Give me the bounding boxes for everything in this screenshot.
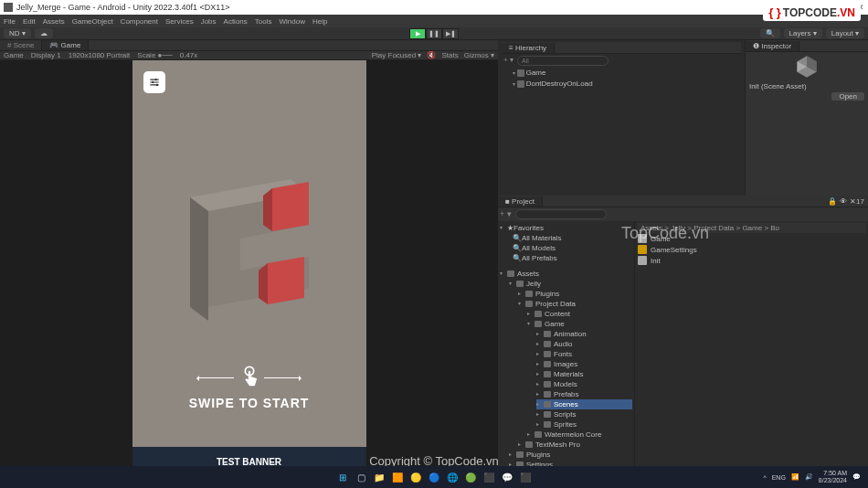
folder-jelly[interactable]: ▾Jelly [509, 279, 632, 289]
stats-toggle[interactable]: Stats [441, 51, 458, 59]
asset-init[interactable]: Init [637, 255, 866, 266]
menu-component[interactable]: Component [121, 17, 158, 26]
menu-file[interactable]: File [4, 17, 16, 26]
app-icon[interactable]: 🟡 [408, 470, 423, 484]
folder-watermelon[interactable]: ▸Watermelon Core [527, 430, 632, 440]
game-screen[interactable]: SWIPE TO START TEST BANNER [132, 60, 366, 476]
hierarchy-search[interactable] [517, 56, 609, 66]
scriptable-icon [638, 245, 647, 254]
fav-all-materials[interactable]: 🔍 All Materials [513, 233, 632, 243]
breadcrumb[interactable]: Assets > Jelly > Project Data > Game > B… [637, 223, 866, 233]
app-icon[interactable]: ⬛ [482, 470, 496, 484]
menu-bar: File Edit Assets GameObject Component Se… [0, 15, 868, 27]
tray-chevron-icon[interactable]: ^ [763, 474, 766, 481]
menu-assets[interactable]: Assets [43, 17, 65, 26]
project-create-dropdown[interactable]: + ▾ [500, 209, 512, 219]
folder-models[interactable]: ▸Models [536, 379, 632, 389]
right-pane: ≡ Hierarchy + ▾ Game DontDestroyOnLoad ❶… [498, 40, 868, 464]
favorites-header[interactable]: ▾★ Favorites [500, 223, 632, 233]
menu-tools[interactable]: Tools [255, 17, 272, 26]
svg-point-1 [152, 81, 153, 83]
project-panel: ■ Project 🔒 👁 ✕17 + ▾ ▾★ Favorites 🔍 All… [498, 196, 868, 488]
tray-language[interactable]: ENG [772, 474, 786, 481]
game-board [181, 179, 318, 325]
assets-folder[interactable]: ▾Assets [500, 269, 632, 279]
project-visibility-icon[interactable]: 👁 [840, 197, 847, 206]
step-button[interactable]: ▶❚ [442, 28, 459, 39]
gameview-display[interactable]: Display 1 [31, 51, 61, 59]
play-focused-dropdown[interactable]: Play Focused ▾ [372, 51, 422, 59]
notifications-icon[interactable]: 💬 [852, 473, 861, 481]
settings-button[interactable] [143, 71, 165, 93]
folder-prefabs[interactable]: ▸Prefabs [536, 389, 632, 399]
taskview-icon[interactable]: ▢ [354, 470, 368, 484]
app-icon[interactable]: 🟧 [390, 470, 405, 484]
folder-game[interactable]: ▾Game [527, 319, 632, 329]
swipe-prompt: SWIPE TO START [132, 365, 366, 410]
menu-jobs[interactable]: Jobs [201, 17, 217, 26]
gameview-resolution[interactable]: 1920x1080 Portrait [69, 51, 131, 59]
chrome-icon[interactable]: 🌐 [445, 470, 460, 484]
fav-all-models[interactable]: 🔍 All Models [513, 243, 632, 253]
scene-asset-icon [638, 234, 647, 243]
folder-textmesh[interactable]: ▸TextMesh Pro [518, 440, 632, 450]
folder-images[interactable]: ▸Images [536, 359, 632, 369]
tray-volume-icon[interactable]: 🔊 [805, 473, 813, 481]
window-title: Jelly_Merge - Game - Android - Unity 202… [16, 3, 230, 12]
asset-game[interactable]: Game [637, 233, 866, 244]
tab-inspector[interactable]: ❶ Inspector [746, 41, 799, 51]
gameview-mode[interactable]: Game [4, 51, 24, 59]
gizmos-dropdown[interactable]: Gizmos ▾ [464, 51, 494, 59]
tray-wifi-icon[interactable]: 📶 [791, 473, 799, 481]
menu-actions[interactable]: Actions [224, 17, 248, 26]
tab-scene[interactable]: # Scene [0, 40, 42, 50]
start-button[interactable]: ⊞ [335, 470, 350, 484]
folder-audio[interactable]: ▸Audio [536, 339, 632, 349]
project-tree: ▾★ Favorites 🔍 All Materials 🔍 All Model… [498, 221, 635, 488]
layout-dropdown[interactable]: Layout ▾ [826, 28, 864, 38]
menu-window[interactable]: Window [279, 17, 304, 26]
tab-project[interactable]: ■ Project [498, 196, 543, 207]
play-button[interactable]: ▶ [409, 28, 426, 39]
unity-hub-icon[interactable]: ⬛ [518, 470, 533, 484]
explorer-icon[interactable]: 📁 [372, 470, 386, 484]
svg-point-2 [155, 84, 157, 86]
tab-hierarchy[interactable]: ≡ Hierarchy [502, 43, 555, 53]
tab-game[interactable]: 🎮 Game [42, 40, 89, 50]
folder-scenes[interactable]: ▸Scenes [536, 399, 632, 409]
folder-materials[interactable]: ▸Materials [536, 369, 632, 379]
folder-fonts[interactable]: ▸Fonts [536, 349, 632, 359]
folder-animation[interactable]: ▸Animation [536, 329, 632, 339]
mute-icon[interactable]: 🔇 [427, 51, 436, 59]
folder-sprites[interactable]: ▸Sprites [536, 419, 632, 430]
menu-edit[interactable]: Edit [23, 17, 36, 26]
pause-button[interactable]: ❚❚ [426, 28, 442, 39]
gameview-scale-label[interactable]: Scale ●── [137, 51, 172, 59]
menu-gameobject[interactable]: GameObject [72, 17, 113, 26]
fav-all-prefabs[interactable]: 🔍 All Prefabs [513, 253, 632, 263]
svg-marker-4 [190, 197, 208, 321]
create-dropdown[interactable]: + ▾ [503, 56, 513, 66]
folder-content[interactable]: ▸Content [527, 309, 632, 319]
open-button[interactable]: Open [831, 92, 864, 101]
menu-services[interactable]: Services [165, 17, 194, 26]
system-clock[interactable]: 7:50 AM 8/23/2024 [819, 470, 847, 484]
scene-icon [517, 69, 524, 77]
app-icon[interactable]: 💬 [500, 470, 514, 484]
folder-scripts[interactable]: ▸Scripts [536, 409, 632, 419]
layers-dropdown[interactable]: Layers ▾ [784, 28, 822, 38]
hierarchy-root[interactable]: Game [502, 68, 741, 79]
cloud-icon[interactable]: ☁ [35, 28, 53, 38]
project-lock-icon[interactable]: 🔒 [828, 197, 837, 206]
menu-help[interactable]: Help [312, 17, 327, 26]
folder-plugins[interactable]: ▸Plugins [518, 289, 632, 299]
account-dropdown[interactable]: ND ▾ [4, 28, 31, 38]
folder-plugins2[interactable]: ▸Plugins [509, 450, 632, 460]
hierarchy-dontdestroy[interactable]: DontDestroyOnLoad [502, 79, 741, 90]
app-icon[interactable]: 🟢 [463, 470, 478, 484]
project-search[interactable] [515, 209, 607, 219]
asset-gamesettings[interactable]: GameSettings [637, 244, 866, 255]
app-icon[interactable]: 🔵 [427, 470, 441, 484]
folder-projectdata[interactable]: ▾Project Data [518, 299, 632, 309]
search-icon[interactable]: 🔍 [760, 28, 780, 38]
